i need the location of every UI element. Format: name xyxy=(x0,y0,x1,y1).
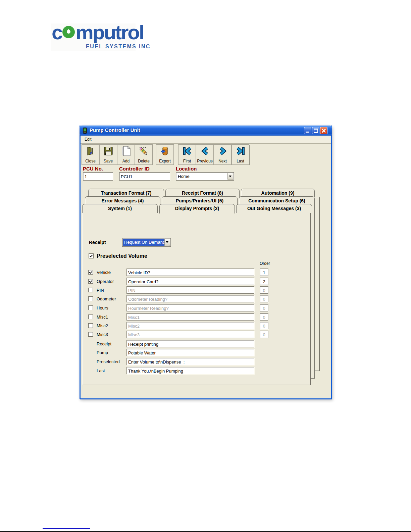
previous-record-button[interactable]: Previous xyxy=(196,144,214,165)
toolbar: Close Save Add Delete Export First Previ… xyxy=(81,144,331,166)
pin-prompt-input[interactable] xyxy=(126,286,254,294)
prompt-row-operator: Operator xyxy=(80,278,332,285)
exit-door-icon xyxy=(85,146,96,156)
window-title: Pump Controller Unit xyxy=(90,127,140,133)
misc3-order-input[interactable] xyxy=(260,331,268,338)
preselected-volume-checkbox[interactable] xyxy=(89,253,94,258)
add-button[interactable]: Add xyxy=(117,144,135,165)
toolbar-label: Last xyxy=(232,159,249,163)
last-record-icon xyxy=(235,146,246,156)
next-record-button[interactable]: Next xyxy=(214,144,232,165)
prompt-row-vehicle: Vehicle xyxy=(80,269,332,276)
operator-checkbox[interactable] xyxy=(88,279,93,284)
toolbar-label: Export xyxy=(156,159,173,163)
preselected-message-input[interactable] xyxy=(126,358,254,365)
misc2-order-input[interactable] xyxy=(260,322,268,329)
vehicle-prompt-input[interactable] xyxy=(126,269,254,276)
odometer-order-input[interactable] xyxy=(260,295,268,302)
receipt-combo-label: Receipt xyxy=(89,240,106,245)
misc2-checkbox[interactable] xyxy=(88,323,93,328)
prompt-row-misc1: Misc1 xyxy=(80,313,332,321)
preselected-message-label: Preselected xyxy=(97,359,120,364)
pump-controller-unit-window: Pump Controller Unit Edit Close Save Add… xyxy=(80,126,332,399)
operator-order-input[interactable] xyxy=(260,278,268,285)
misc1-order-input[interactable] xyxy=(260,313,268,321)
menu-edit[interactable]: Edit xyxy=(83,137,93,142)
hours-checkbox[interactable] xyxy=(88,305,93,310)
odometer-prompt-input[interactable] xyxy=(126,295,254,302)
misc2-prompt-input[interactable] xyxy=(126,322,254,329)
first-record-icon xyxy=(182,146,193,156)
operator-prompt-input[interactable] xyxy=(126,278,254,285)
previous-record-icon xyxy=(200,146,210,156)
vehicle-order-input[interactable] xyxy=(260,269,268,276)
misc3-prompt-input[interactable] xyxy=(126,331,254,338)
export-database-icon xyxy=(160,146,170,156)
pcu-no-input[interactable] xyxy=(83,172,113,181)
app-icon xyxy=(82,128,88,134)
message-row-receipt: Receipt xyxy=(80,340,332,347)
odometer-label: Odometer xyxy=(97,296,116,301)
last-record-button[interactable]: Last xyxy=(232,144,249,165)
pump-message-label: Pump xyxy=(97,350,108,355)
hours-prompt-input[interactable] xyxy=(126,304,254,311)
menu-bar: Edit xyxy=(81,136,331,144)
controller-id-input[interactable] xyxy=(119,172,170,181)
logo-tagline: FUEL SYSTEMS INC xyxy=(86,44,151,50)
close-window-button[interactable] xyxy=(320,127,327,134)
pcu-no-label: PCU No. xyxy=(83,166,103,172)
receipt-message-label: Receipt xyxy=(97,341,111,346)
tab-display-prompts[interactable]: Display Prompts (2) xyxy=(159,204,235,213)
window-titlebar[interactable]: Pump Controller Unit xyxy=(80,126,332,136)
pump-message-input[interactable] xyxy=(126,349,254,356)
first-record-button[interactable]: First xyxy=(178,144,196,165)
pin-label: PIN xyxy=(97,288,104,293)
new-page-icon xyxy=(121,146,132,156)
delete-button[interactable]: Delete xyxy=(135,144,153,165)
toolbar-label: Add xyxy=(117,159,135,163)
tab-system[interactable]: System (1) xyxy=(82,204,158,213)
message-row-pump: Pump xyxy=(80,349,332,356)
misc2-label: Misc2 xyxy=(97,323,108,328)
message-row-last: Last xyxy=(80,367,332,374)
receipt-selected-value: Request On Demand xyxy=(123,239,164,246)
maximize-button[interactable] xyxy=(312,127,319,134)
minimize-button[interactable] xyxy=(304,127,311,134)
location-selected-value: Home xyxy=(176,173,227,180)
vehicle-checkbox[interactable] xyxy=(88,270,93,275)
pin-order-input[interactable] xyxy=(260,286,268,294)
toolbar-label: First xyxy=(178,159,196,163)
logo-droplet-o-icon xyxy=(62,26,75,38)
prompt-row-pin: PIN xyxy=(80,286,332,294)
preselected-volume-label: Preselected Volume xyxy=(97,253,147,259)
message-row-preselected: Preselected xyxy=(80,358,332,365)
misc1-checkbox[interactable] xyxy=(88,315,93,319)
hours-order-input[interactable] xyxy=(260,304,268,311)
last-message-input[interactable] xyxy=(126,367,254,374)
pin-checkbox[interactable] xyxy=(88,288,93,292)
prompt-row-misc2: Misc2 xyxy=(80,322,332,329)
save-button[interactable]: Save xyxy=(99,144,117,165)
logo-word-end: mputrol xyxy=(75,21,143,44)
misc3-checkbox[interactable] xyxy=(88,332,93,337)
odometer-checkbox[interactable] xyxy=(88,296,93,301)
order-column-header: Order xyxy=(260,261,270,266)
misc1-prompt-input[interactable] xyxy=(126,313,254,321)
receipt-dropdown[interactable]: Request On Demand xyxy=(122,238,171,247)
toolbar-label: Save xyxy=(100,159,117,163)
receipt-message-input[interactable] xyxy=(126,340,254,347)
operator-label: Operator xyxy=(97,279,114,284)
toolbar-label: Previous xyxy=(196,159,213,163)
logo-wordmark: cmputrol xyxy=(52,21,144,44)
chevron-down-icon[interactable] xyxy=(164,239,170,246)
location-label: Location xyxy=(176,166,197,172)
floppy-disk-icon xyxy=(103,146,114,156)
location-dropdown[interactable]: Home xyxy=(176,172,234,181)
misc3-label: Misc3 xyxy=(97,332,108,337)
close-record-button[interactable]: Close xyxy=(82,144,99,165)
tab-out-going-messages[interactable]: Out Going Messages (3) xyxy=(236,204,312,213)
footer-link-underline xyxy=(43,528,90,529)
logo-word-start: c xyxy=(52,21,62,44)
export-button[interactable]: Export xyxy=(156,144,174,165)
chevron-down-icon[interactable] xyxy=(227,173,233,180)
